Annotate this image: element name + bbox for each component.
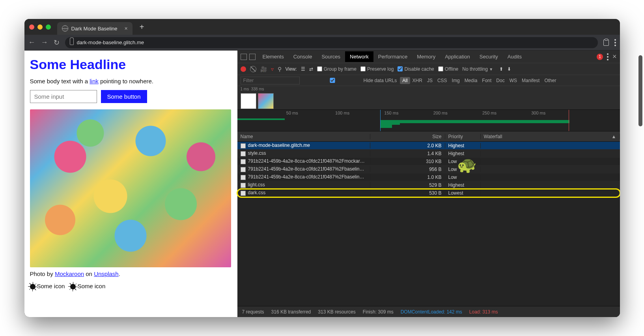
credit-suffix: . — [119, 270, 120, 277]
preserve-log-checkbox[interactable]: Preserve log — [360, 66, 394, 72]
some-input[interactable] — [30, 90, 97, 103]
some-button[interactable]: Some button — [101, 90, 147, 103]
devtools-menu-icon[interactable] — [607, 53, 609, 60]
clipboard-icon[interactable] — [603, 39, 609, 46]
col-waterfall-label: Waterfall — [484, 134, 502, 139]
icon-row: Some icon Some icon — [30, 283, 232, 289]
sun-icon-2: Some icon — [70, 283, 105, 289]
new-tab-button[interactable]: + — [136, 23, 148, 32]
export-icon[interactable]: ⬇ — [507, 66, 511, 72]
col-priority[interactable]: Priority — [445, 134, 481, 139]
timeline[interactable]: 50 ms100 ms150 ms200 ms250 ms300 ms — [237, 110, 620, 131]
maximize-icon[interactable] — [46, 24, 51, 30]
browser-tab[interactable]: Dark Mode Baseline × — [57, 22, 133, 35]
network-toolbar: 🎥 ▿ ⚲ View: ☰ ⇄ Group by frame Preserve … — [237, 63, 620, 75]
filter-type-all[interactable]: All — [400, 77, 410, 84]
address-bar[interactable]: dark-mode-baseline.glitch.me — [65, 37, 598, 48]
filter-icon[interactable]: ▿ — [271, 66, 274, 72]
network-rows: dark-mode-baseline.glitch.me 2.0 KB High… — [237, 142, 620, 197]
timeline-tick: 50 ms — [286, 111, 298, 115]
request-row[interactable]: dark.css 530 B Lowest — [237, 189, 620, 197]
devtools-tab-elements[interactable]: Elements — [258, 51, 289, 62]
urlbar: ← → ↻ dark-mode-baseline.glitch.me — [24, 35, 620, 51]
record-button[interactable] — [241, 66, 246, 72]
browser-window: Dark Mode Baseline × + ← → ↻ dark-mode-b… — [24, 19, 620, 317]
filter-input[interactable] — [241, 77, 300, 84]
request-row[interactable]: light.css 529 B Highest — [237, 181, 620, 189]
filter-type-js[interactable]: JS — [425, 77, 435, 84]
clear-button[interactable] — [250, 66, 256, 72]
url-text: dark-mode-baseline.glitch.me — [77, 39, 144, 45]
minimize-icon[interactable] — [37, 24, 43, 30]
filter-type-other[interactable]: Other — [542, 77, 558, 84]
back-button[interactable]: ← — [28, 38, 35, 47]
body-link[interactable]: link — [90, 78, 99, 84]
overview-thumb-1[interactable] — [241, 93, 256, 109]
request-row[interactable]: style.css 1.4 KB Highest — [237, 150, 620, 158]
col-name[interactable]: Name — [237, 134, 370, 139]
filter-type-font[interactable]: Font — [480, 77, 494, 84]
timeline-tick: 200 ms — [433, 111, 448, 115]
view-label: View: — [286, 66, 297, 72]
timeline-tick: 300 ms — [531, 111, 545, 115]
forward-button[interactable]: → — [41, 38, 48, 47]
close-tab-icon[interactable]: × — [125, 25, 128, 32]
devtools-tab-application[interactable]: Application — [440, 51, 475, 62]
throttle-select[interactable]: No throttling ▼ — [462, 66, 493, 72]
filter-type-manifest[interactable]: Manifest — [519, 77, 542, 84]
filter-type-xhr[interactable]: XHR — [410, 77, 425, 84]
filter-type-ws[interactable]: WS — [507, 77, 519, 84]
request-row[interactable]: 791b2241-459b-4a2e-8cca-c0fdc21f0487%2Fb… — [237, 165, 620, 173]
request-row[interactable]: 791b2241-459b-4a2e-8cca-c0fdc21f0487%2Fb… — [237, 173, 620, 181]
file-icon — [241, 183, 246, 188]
icon-label-1: Some icon — [37, 283, 65, 289]
credit-site-link[interactable]: Unsplash — [94, 270, 119, 277]
filter-type-media[interactable]: Media — [462, 77, 480, 84]
error-badge[interactable]: 1 — [597, 54, 603, 60]
reload-button[interactable]: ↻ — [54, 38, 60, 47]
col-waterfall[interactable]: Waterfall▲ — [481, 134, 620, 139]
group-by-frame-checkbox[interactable]: Group by frame — [317, 66, 357, 72]
large-rows-icon[interactable]: ☰ — [301, 66, 305, 72]
globe-icon — [62, 25, 68, 32]
col-size[interactable]: Size — [370, 134, 445, 139]
close-icon[interactable] — [29, 24, 34, 30]
credit-author-link[interactable]: Mockaroon — [55, 270, 84, 277]
credit-prefix: Photo by — [30, 270, 55, 277]
timeline-tick: 100 ms — [335, 111, 349, 115]
waterfall-view-icon[interactable]: ⇄ — [309, 66, 313, 72]
network-overview[interactable]: 1 ms 338 ms — [237, 86, 620, 110]
request-row[interactable]: 791b2241-459b-4a2e-8cca-c0fdc21f0487%2Fm… — [237, 158, 620, 165]
device-icon[interactable] — [249, 54, 256, 60]
photo-credit: Photo by Mockaroon on Unsplash. — [30, 270, 232, 277]
offline-label: Offline — [445, 66, 458, 72]
devtools-tab-sources[interactable]: Sources — [317, 51, 345, 62]
filter-type-doc[interactable]: Doc — [494, 77, 507, 84]
titlebar: Dark Mode Baseline × + — [24, 19, 620, 35]
hide-data-urls-checkbox[interactable]: Hide data URLs — [303, 78, 397, 83]
screenshot-icon[interactable]: 🎥 — [260, 66, 267, 72]
disable-cache-checkbox[interactable]: Disable cache — [398, 66, 434, 72]
overview-thumb-2[interactable] — [258, 93, 274, 109]
offline-checkbox[interactable]: Offline — [438, 66, 458, 72]
search-icon[interactable]: ⚲ — [278, 66, 282, 72]
devtools-tab-console[interactable]: Console — [289, 51, 317, 62]
credit-mid: on — [84, 270, 94, 277]
devtools-tab-memory[interactable]: Memory — [412, 51, 440, 62]
status-dcl: DOMContentLoaded: 142 ms — [401, 309, 462, 315]
filter-type-img[interactable]: Img — [450, 77, 462, 84]
inspect-icon[interactable] — [241, 54, 247, 60]
status-load: Load: 313 ms — [469, 309, 498, 315]
devtools-close-icon[interactable]: × — [612, 53, 617, 61]
devtools-tab-network[interactable]: Network — [345, 51, 373, 62]
status-finish: Finish: 309 ms — [363, 309, 394, 315]
request-row[interactable]: dark-mode-baseline.glitch.me 2.0 KB High… — [237, 142, 620, 150]
devtools-tab-security[interactable]: Security — [475, 51, 503, 62]
menu-icon[interactable] — [614, 39, 616, 46]
import-icon[interactable]: ⬆ — [499, 66, 503, 72]
devtools-tab-audits[interactable]: Audits — [503, 51, 526, 62]
devtools-tab-performance[interactable]: Performance — [373, 51, 412, 62]
filter-type-css[interactable]: CSS — [435, 77, 450, 84]
icon-label-2: Some icon — [77, 283, 105, 289]
status-requests: 7 requests — [242, 309, 264, 315]
